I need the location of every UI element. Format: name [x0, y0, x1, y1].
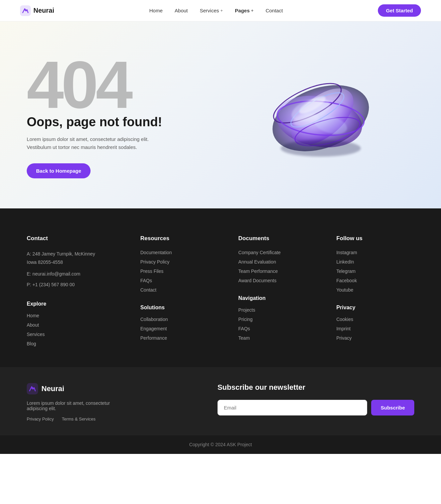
footer-col-contact-explore: Contact A: 248 Jamey Turnpik, McKinney I… [27, 235, 120, 350]
contact-phone: P: +1 (234) 567 890 00 [27, 281, 120, 289]
solutions-title: Solutions [140, 305, 218, 311]
navigation-link-faqs[interactable]: FAQs [238, 326, 316, 331]
hero-visual [220, 51, 414, 178]
resources-link-contact[interactable]: Contact [140, 287, 218, 293]
footer-col-follow-privacy: Follow us Instagram LinkedIn Telegram Fa… [336, 235, 414, 350]
privacy-title: Privacy [336, 305, 414, 311]
footer-privacy-policy-link[interactable]: Privacy Policy [27, 416, 54, 422]
svg-point-1 [24, 9, 26, 11]
privacy-link-imprint[interactable]: Imprint [336, 326, 414, 331]
footer-bottom-right: Subscribe our newsletter Subscribe [217, 383, 414, 415]
footer-logo-text: Neurai [41, 384, 64, 393]
navigation-link-projects[interactable]: Projects [238, 307, 316, 313]
copyright-text: Copyright © 2024 ASK Project [189, 442, 252, 447]
email-input[interactable] [217, 400, 368, 415]
resources-link-faqs[interactable]: FAQs [140, 278, 218, 283]
newsletter-title: Subscribe our newsletter [217, 383, 414, 392]
explore-link-blog[interactable]: Blog [27, 341, 120, 346]
documents-title: Documents [238, 235, 316, 242]
explore-link-services[interactable]: Services [27, 332, 120, 337]
follow-telegram[interactable]: Telegram [336, 269, 414, 274]
footer-main: Contact A: 248 Jamey Turnpik, McKinney I… [0, 208, 441, 367]
navigation-link-pricing[interactable]: Pricing [238, 317, 316, 322]
contact-address2: Iowa 82055-4558 [27, 258, 120, 267]
footer-grid: Contact A: 248 Jamey Turnpik, McKinney I… [27, 235, 414, 350]
footer-bottom-left: Neurai Lorem ipsum dolor sit amet, conse… [27, 383, 191, 422]
main-nav: Home About Services + Pages + Contact [149, 8, 283, 13]
nav-contact[interactable]: Contact [266, 8, 283, 13]
footer-logo-icon [27, 383, 38, 394]
navigation-link-team[interactable]: Team [238, 335, 316, 341]
newsletter-form: Subscribe [217, 400, 414, 415]
back-to-homepage-button[interactable]: Back to Homepage [27, 163, 91, 178]
documents-link-team-performance[interactable]: Team Performance [238, 269, 316, 274]
svg-point-12 [281, 140, 361, 157]
explore-link-about[interactable]: About [27, 322, 120, 328]
abstract-3d-shape [254, 51, 381, 178]
resources-link-privacy-policy[interactable]: Privacy Policy [140, 259, 218, 265]
follow-instagram[interactable]: Instagram [336, 250, 414, 255]
copyright-bar: Copyright © 2024 ASK Project [0, 435, 441, 454]
documents-link-company-certificate[interactable]: Company Certificate [238, 250, 316, 255]
footer-bottom-links: Privacy Policy Terms & Services [27, 416, 191, 422]
solutions-link-engagement[interactable]: Engagement [140, 326, 218, 331]
logo-text: Neurai [33, 7, 54, 14]
get-started-button[interactable]: Get Started [378, 4, 421, 17]
resources-link-press-files[interactable]: Press Files [140, 269, 218, 274]
nav-about[interactable]: About [175, 8, 188, 13]
nav-services[interactable]: Services + [200, 8, 223, 13]
footer-bottom: Neurai Lorem ipsum dolor sit amet, conse… [0, 367, 441, 435]
pages-plus-icon: + [251, 8, 254, 13]
nav-home[interactable]: Home [149, 8, 163, 13]
hero-description: Lorem ipsum dolor sit amet, consectetur … [27, 135, 154, 151]
hero-content: 404 Oops, page not found! Lorem ipsum do… [27, 51, 220, 178]
services-plus-icon: + [220, 8, 223, 13]
solutions-link-performance[interactable]: Performance [140, 335, 218, 341]
subscribe-button[interactable]: Subscribe [371, 400, 414, 415]
follow-youtube[interactable]: Youtube [336, 287, 414, 293]
follow-facebook[interactable]: Facebook [336, 278, 414, 283]
footer-col-documents-navigation: Documents Company Certificate Annual Eva… [238, 235, 316, 350]
documents-link-award-documents[interactable]: Award Documents [238, 278, 316, 283]
footer-terms-link[interactable]: Terms & Services [62, 416, 96, 422]
resources-title: Resources [140, 235, 218, 242]
explore-link-home[interactable]: Home [27, 313, 120, 318]
explore-title: Explore [27, 301, 120, 307]
footer-col-resources-solutions: Resources Documentation Privacy Policy P… [140, 235, 218, 350]
footer-logo: Neurai [27, 383, 191, 394]
privacy-link-privacy[interactable]: Privacy [336, 335, 414, 341]
navigation-title: Navigation [238, 295, 316, 301]
solutions-link-collaboration[interactable]: Collaboration [140, 317, 218, 322]
footer-bottom-description: Lorem ipsum dolor sit amet, consectetur … [27, 400, 120, 411]
error-code: 404 [27, 51, 220, 118]
contact-address1: A: 248 Jamey Turnpik, McKinney [27, 250, 120, 258]
contact-title: Contact [27, 235, 120, 242]
contact-email: E: neurai.info@gmail.com [27, 270, 120, 278]
header: Neurai Home About Services + Pages + Con… [0, 0, 441, 21]
follow-us-title: Follow us [336, 235, 414, 242]
logo[interactable]: Neurai [20, 5, 54, 16]
logo-icon [20, 5, 31, 16]
svg-point-15 [31, 387, 33, 389]
privacy-link-cookies[interactable]: Cookies [336, 317, 414, 322]
follow-linkedin[interactable]: LinkedIn [336, 259, 414, 265]
hero-section: 404 Oops, page not found! Lorem ipsum do… [0, 21, 441, 208]
resources-link-documentation[interactable]: Documentation [140, 250, 218, 255]
documents-link-annual-evaluation[interactable]: Annual Evaluation [238, 259, 316, 265]
nav-pages[interactable]: Pages + [235, 8, 254, 13]
